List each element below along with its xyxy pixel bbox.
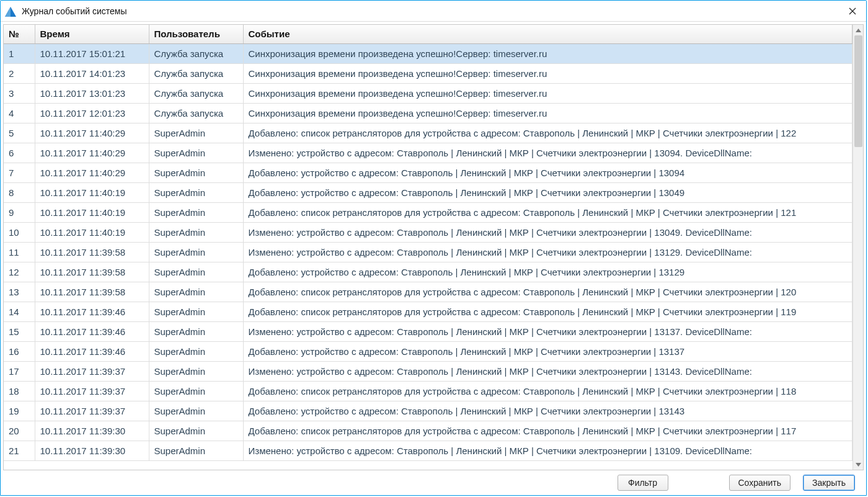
table-row[interactable]: 1510.11.2017 11:39:46SuperAdminИзменено:… [4,321,852,341]
col-header-user[interactable]: Пользователь [149,25,243,43]
cell-num: 18 [4,381,35,401]
cell-num: 6 [4,143,35,163]
app-icon [4,5,17,17]
cell-time: 10.11.2017 11:39:46 [35,341,149,361]
cell-num: 14 [4,302,35,321]
col-header-event[interactable]: Событие [243,25,852,43]
table-row[interactable]: 410.11.2017 12:01:23Служба запускаСинхро… [4,103,852,123]
cell-user: SuperAdmin [149,421,243,441]
table-row[interactable]: 1710.11.2017 11:39:37SuperAdminИзменено:… [4,361,852,381]
save-button[interactable]: Сохранить [729,475,791,491]
cell-num: 10 [4,222,35,242]
cell-num: 8 [4,182,35,202]
table-row[interactable]: 510.11.2017 11:40:29SuperAdminДобавлено:… [4,123,852,143]
vertical-scrollbar[interactable] [852,25,863,470]
cell-user: SuperAdmin [149,163,243,182]
cell-num: 11 [4,242,35,262]
window-title: Журнал событий системы [22,6,839,16]
cell-user: SuperAdmin [149,282,243,302]
cell-user: SuperAdmin [149,242,243,262]
cell-event: Синхронизация времени произведена успешн… [243,83,852,103]
cell-event: Изменено: устройство с адресом: Ставропо… [243,242,852,262]
scroll-track[interactable] [853,35,864,459]
cell-num: 7 [4,163,35,182]
col-header-time[interactable]: Время [35,25,149,43]
cell-time: 10.11.2017 15:01:21 [35,43,149,63]
table-row[interactable]: 1110.11.2017 11:39:58SuperAdminИзменено:… [4,242,852,262]
events-table: № Время Пользователь Событие 110.11.2017… [4,25,852,461]
table-row[interactable]: 610.11.2017 11:40:29SuperAdminИзменено: … [4,143,852,163]
cell-user: SuperAdmin [149,341,243,361]
table-row[interactable]: 1210.11.2017 11:39:58SuperAdminДобавлено… [4,262,852,282]
cell-num: 12 [4,262,35,282]
cell-user: SuperAdmin [149,381,243,401]
cell-user: SuperAdmin [149,441,243,460]
filter-button[interactable]: Фильтр [618,475,668,491]
cell-num: 2 [4,63,35,83]
cell-event: Синхронизация времени произведена успешн… [243,103,852,123]
cell-time: 10.11.2017 12:01:23 [35,103,149,123]
table-row[interactable]: 2110.11.2017 11:39:30SuperAdminИзменено:… [4,441,852,460]
table-row[interactable]: 710.11.2017 11:40:29SuperAdminДобавлено:… [4,163,852,182]
cell-user: Служба запуска [149,43,243,63]
cell-time: 10.11.2017 11:40:19 [35,222,149,242]
table-row[interactable]: 1410.11.2017 11:39:46SuperAdminДобавлено… [4,302,852,321]
cell-user: SuperAdmin [149,302,243,321]
cell-event: Синхронизация времени произведена успешн… [243,43,852,63]
content-area: № Время Пользователь Событие 110.11.2017… [1,22,866,495]
cell-time: 10.11.2017 11:39:58 [35,262,149,282]
cell-user: SuperAdmin [149,321,243,341]
cell-user: Служба запуска [149,83,243,103]
table-row[interactable]: 1310.11.2017 11:39:58SuperAdminДобавлено… [4,282,852,302]
cell-user: SuperAdmin [149,222,243,242]
col-header-num[interactable]: № [4,25,35,43]
window-frame: Журнал событий системы № Время [0,0,867,496]
table-row[interactable]: 110.11.2017 15:01:21Служба запускаСинхро… [4,43,852,63]
table-scroll: № Время Пользователь Событие 110.11.2017… [4,25,852,470]
cell-user: SuperAdmin [149,202,243,222]
cell-time: 10.11.2017 11:39:46 [35,302,149,321]
cell-event: Добавлено: устройство с адресом: Ставроп… [243,401,852,421]
cell-event: Добавлено: список ретрансляторов для уст… [243,282,852,302]
cell-user: SuperAdmin [149,182,243,202]
cell-event: Добавлено: список ретрансляторов для уст… [243,202,852,222]
cell-event: Добавлено: устройство с адресом: Ставроп… [243,262,852,282]
scroll-up-icon[interactable] [853,25,864,35]
table-row[interactable]: 210.11.2017 14:01:23Служба запускаСинхро… [4,63,852,83]
cell-event: Изменено: устройство с адресом: Ставропо… [243,321,852,341]
table-row[interactable]: 1610.11.2017 11:39:46SuperAdminДобавлено… [4,341,852,361]
cell-user: SuperAdmin [149,143,243,163]
cell-event: Добавлено: список ретрансляторов для уст… [243,302,852,321]
cell-time: 10.11.2017 11:40:29 [35,163,149,182]
cell-num: 17 [4,361,35,381]
scroll-thumb[interactable] [854,35,862,147]
titlebar[interactable]: Журнал событий системы [1,1,866,22]
cell-time: 10.11.2017 13:01:23 [35,83,149,103]
cell-num: 4 [4,103,35,123]
table-row[interactable]: 310.11.2017 13:01:23Служба запускаСинхро… [4,83,852,103]
cell-num: 3 [4,83,35,103]
cell-num: 15 [4,321,35,341]
table-row[interactable]: 2010.11.2017 11:39:30SuperAdminДобавлено… [4,421,852,441]
cell-time: 10.11.2017 11:39:58 [35,242,149,262]
cell-event: Добавлено: список ретрансляторов для уст… [243,421,852,441]
table-row[interactable]: 910.11.2017 11:40:19SuperAdminДобавлено:… [4,202,852,222]
cell-user: Служба запуска [149,103,243,123]
window-close-button[interactable] [839,1,866,22]
cell-event: Добавлено: устройство с адресом: Ставроп… [243,163,852,182]
cell-time: 10.11.2017 11:40:19 [35,182,149,202]
table-container: № Время Пользователь Событие 110.11.2017… [3,24,864,470]
scroll-down-icon[interactable] [853,459,864,470]
cell-num: 1 [4,43,35,63]
cell-event: Добавлено: список ретрансляторов для уст… [243,381,852,401]
cell-time: 10.11.2017 11:40:29 [35,123,149,143]
table-row[interactable]: 810.11.2017 11:40:19SuperAdminДобавлено:… [4,182,852,202]
cell-event: Добавлено: устройство с адресом: Ставроп… [243,182,852,202]
cell-user: Служба запуска [149,63,243,83]
table-row[interactable]: 1810.11.2017 11:39:37SuperAdminДобавлено… [4,381,852,401]
cell-time: 10.11.2017 11:39:30 [35,421,149,441]
table-row[interactable]: 1910.11.2017 11:39:37SuperAdminДобавлено… [4,401,852,421]
cell-num: 13 [4,282,35,302]
table-row[interactable]: 1010.11.2017 11:40:19SuperAdminИзменено:… [4,222,852,242]
close-button[interactable]: Закрыть [803,475,855,491]
